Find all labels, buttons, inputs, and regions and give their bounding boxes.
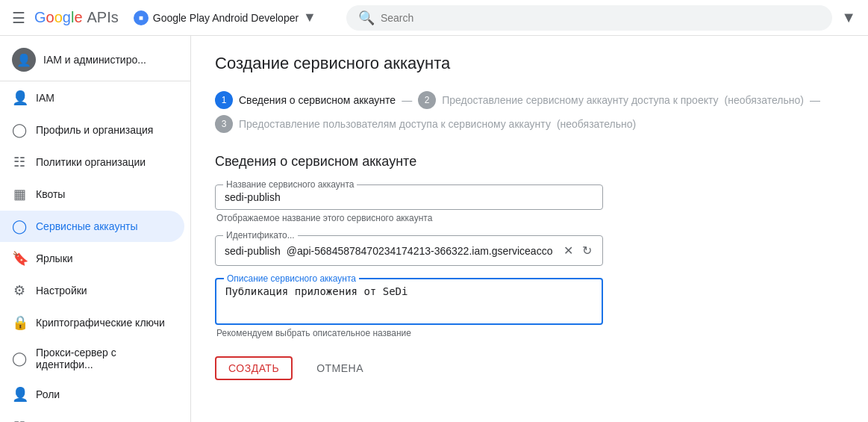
- project-icon: ■: [134, 10, 149, 25]
- step-3-label: Предоставление пользователям доступа к с…: [239, 118, 551, 130]
- sidebar-item-crypto-keys[interactable]: 🔒 Криптографические ключи: [0, 307, 184, 338]
- sidebar-item-proxy[interactable]: ◯ Прокси-сервер с идентифи...: [0, 339, 184, 378]
- id-field-left-value: sedi-publish: [225, 245, 281, 257]
- page-title: Создание сервисного аккаунта: [215, 54, 844, 73]
- name-field-label: Название сервисного аккаунта: [223, 179, 357, 190]
- google-logo: Google APIs: [34, 9, 119, 26]
- id-field-inner: sedi-publish @api-568458784702341742​13-…: [225, 242, 593, 259]
- project-selector[interactable]: ■ Google Play Android Developer ▼: [128, 7, 322, 28]
- service-accounts-icon: ◯: [12, 218, 27, 235]
- sidebar-item-audit-logs[interactable]: ☷ Журналы аудита: [0, 411, 184, 422]
- id-field-label: Идентификато...: [223, 230, 298, 241]
- step-2-optional: (необязательно): [725, 94, 804, 106]
- step-1-label: Сведения о сервисном аккаунте: [239, 94, 396, 106]
- logo-text: Google: [34, 9, 83, 26]
- topbar: ☰ Google APIs ■ Google Play Android Deve…: [0, 0, 868, 36]
- sidebar-item-settings[interactable]: ⚙ Настройки: [0, 275, 184, 306]
- sidebar-item-policies[interactable]: ☷ Политики организации: [0, 146, 184, 178]
- id-clear-button[interactable]: ✕: [562, 242, 575, 259]
- main-layout: 👤 IAM и администиро... 👤 IAM ◯ Профиль и…: [0, 36, 868, 422]
- sidebar-header-title: IAM и администиро...: [43, 54, 146, 66]
- cancel-button[interactable]: ОТМЕНА: [305, 358, 375, 379]
- id-field-right-value: @api-568458784702341742​13-366322.iam.gs…: [287, 245, 556, 257]
- audit-logs-icon: ☷: [12, 418, 27, 422]
- step-2-circle: 2: [418, 91, 436, 109]
- project-chevron-icon: ▼: [303, 10, 316, 25]
- expand-icon[interactable]: ▼: [841, 9, 856, 26]
- sidebar-header-icon: 👤: [12, 48, 36, 72]
- desc-field: Описание сервисного аккаунта Публикация …: [215, 278, 603, 325]
- name-field-hint: Отображаемое название этого сервисного а…: [215, 213, 603, 223]
- search-input[interactable]: [381, 12, 820, 24]
- name-form-group: Название сервисного аккаунта Отображаемо…: [215, 184, 603, 223]
- id-refresh-button[interactable]: ↻: [581, 242, 593, 259]
- sidebar-item-label: Прокси-сервер с идентифи...: [36, 347, 172, 370]
- id-form-group: Идентификато... sedi-publish @api-568458…: [215, 235, 603, 266]
- settings-icon: ⚙: [12, 282, 27, 299]
- desc-form-group: Описание сервисного аккаунта Публикация …: [215, 278, 603, 338]
- main-content: Создание сервисного аккаунта 1 Сведения …: [191, 36, 868, 422]
- sidebar: 👤 IAM и администиро... 👤 IAM ◯ Профиль и…: [0, 36, 191, 422]
- name-field: Название сервисного аккаунта: [215, 184, 603, 210]
- sidebar-item-iam[interactable]: 👤 IAM: [0, 82, 184, 114]
- roles-icon: 👤: [12, 386, 27, 403]
- crypto-keys-icon: 🔒: [12, 314, 27, 331]
- sidebar-item-profile[interactable]: ◯ Профиль и организация: [0, 114, 184, 146]
- policies-icon: ☷: [12, 154, 27, 170]
- stepper-row-2: 3 Предоставление пользователям доступа к…: [215, 115, 844, 133]
- proxy-icon: ◯: [12, 350, 27, 367]
- sidebar-header: 👤 IAM и администиро...: [0, 36, 190, 81]
- profile-icon: ◯: [12, 122, 27, 138]
- stepper: 1 Сведения о сервисном аккаунте — 2 Пред…: [215, 91, 844, 133]
- step-dash-1: —: [402, 94, 412, 106]
- sidebar-item-label: Роли: [36, 388, 60, 400]
- form-section-title: Сведения о сервисном аккаунте: [215, 154, 618, 170]
- sidebar-item-quotas[interactable]: ▦ Квоты: [0, 179, 184, 210]
- sidebar-item-label: Профиль и организация: [36, 124, 153, 136]
- desc-input[interactable]: Публикация приложения от SeDi: [225, 285, 593, 315]
- form-container: Сведения о сервисном аккаунте Название с…: [215, 154, 618, 380]
- sidebar-item-label: Настройки: [36, 285, 87, 297]
- menu-icon[interactable]: ☰: [12, 9, 25, 27]
- name-input[interactable]: [225, 191, 593, 203]
- sidebar-item-service-accounts[interactable]: ◯ Сервисные аккаунты: [0, 211, 184, 242]
- id-field-actions: ✕ ↻: [562, 242, 593, 259]
- apis-label: APIs: [87, 9, 119, 26]
- step-2-label: Предоставление сервисному аккаунту досту…: [442, 94, 718, 106]
- labels-icon: 🔖: [12, 250, 27, 267]
- step-dash-2: —: [810, 94, 820, 106]
- topbar-right: ▼: [841, 9, 856, 26]
- project-name: Google Play Android Developer: [153, 12, 299, 24]
- sidebar-item-label: Криптографические ключи: [36, 317, 165, 329]
- sidebar-item-label: IAM: [36, 92, 54, 104]
- buttons-row: СОЗДАТЬ ОТМЕНА: [215, 356, 618, 380]
- desc-field-label: Описание сервисного аккаунта: [224, 273, 359, 284]
- create-button[interactable]: СОЗДАТЬ: [215, 356, 293, 380]
- step-3-circle: 3: [215, 115, 233, 133]
- search-icon: 🔍: [358, 10, 375, 26]
- step-1-circle: 1: [215, 91, 233, 109]
- sidebar-item-label: Сервисные аккаунты: [36, 220, 138, 232]
- id-field: Идентификато... sedi-publish @api-568458…: [215, 235, 603, 266]
- quotas-icon: ▦: [12, 186, 27, 202]
- sidebar-item-label: Ярлыки: [36, 252, 73, 264]
- search-bar[interactable]: 🔍: [346, 5, 832, 31]
- sidebar-item-label: Квоты: [36, 188, 65, 200]
- sidebar-item-labels[interactable]: 🔖 Ярлыки: [0, 243, 184, 274]
- desc-field-hint: Рекомендуем выбрать описательное названи…: [215, 328, 603, 338]
- step-3-optional: (необязательно): [557, 118, 636, 130]
- stepper-row-1: 1 Сведения о сервисном аккаунте — 2 Пред…: [215, 91, 844, 109]
- sidebar-item-label: Политики организации: [36, 156, 146, 168]
- sidebar-item-roles[interactable]: 👤 Роли: [0, 379, 184, 410]
- iam-icon: 👤: [12, 90, 27, 106]
